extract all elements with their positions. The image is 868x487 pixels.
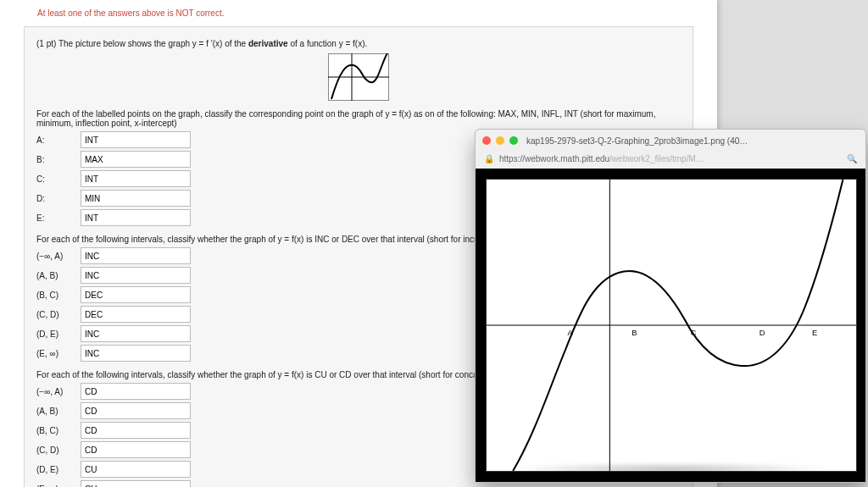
incdec-input[interactable] <box>81 267 191 284</box>
concavity-input[interactable] <box>81 461 191 478</box>
cu-a: For each of the following intervals, cla… <box>36 370 278 379</box>
pt-B: B <box>632 329 637 337</box>
window-title: kap195-2979-set3-Q-2-Graphing_2prob3imag… <box>526 136 859 146</box>
concavity-input[interactable] <box>81 383 191 400</box>
prompt-mid2: of a function <box>290 39 338 48</box>
window-shadow <box>509 462 831 476</box>
incdec-input[interactable] <box>81 247 191 264</box>
incdec-label: (E, ∞) <box>36 349 77 358</box>
concavity-label: (B, C) <box>36 426 77 435</box>
incdec-a: For each of the following intervals, cla… <box>36 235 278 244</box>
concavity-label: (C, D) <box>36 445 77 455</box>
search-icon[interactable]: 🔍 <box>847 154 857 163</box>
point-input[interactable] <box>81 151 191 168</box>
incdec-input[interactable] <box>81 286 191 303</box>
address-bar: 🔒 https://webwork.math.pitt.edu/webwork2… <box>476 152 865 169</box>
concavity-label: (D, E) <box>36 465 77 474</box>
prompt-lead: (1 pt) The picture below shows the graph <box>36 39 192 48</box>
prompt-mid1: of the <box>225 39 248 48</box>
pt-E: E <box>812 329 817 337</box>
eq-f: y = f(x). <box>339 39 368 48</box>
pt-C: C <box>691 329 697 337</box>
minimize-icon[interactable] <box>496 136 504 145</box>
question-prompt: (1 pt) The picture below shows the graph… <box>36 39 681 48</box>
concavity-label: (A, B) <box>36 407 77 416</box>
maximize-icon[interactable] <box>509 136 518 145</box>
eq-fprime: y = f '(x) <box>192 39 223 48</box>
window-titlebar[interactable]: kap195-2979-set3-Q-2-Graphing_2prob3imag… <box>476 130 865 152</box>
incdec-label: (B, C) <box>36 291 77 300</box>
incdec-input[interactable] <box>81 325 191 342</box>
lock-icon: 🔒 <box>484 154 494 163</box>
url-host: https://webwork.math.pitt.edu <box>499 154 609 163</box>
url-text: https://webwork.math.pitt.edu/webwork2_f… <box>499 154 842 163</box>
point-label: D: <box>36 194 77 203</box>
image-area: A B C D E <box>476 169 865 482</box>
point-label: B: <box>36 155 77 164</box>
incdec-input[interactable] <box>81 345 191 362</box>
classify-eq: y = f(x) <box>385 109 411 119</box>
incdec-label: (C, D) <box>36 310 77 319</box>
url-path: /webwork2_files/tmp/M… <box>609 154 704 163</box>
concavity-input[interactable] <box>81 480 191 487</box>
point-input[interactable] <box>81 170 191 187</box>
concavity-label: (−∞, A) <box>36 387 77 396</box>
image-preview-window[interactable]: kap195-2979-set3-Q-2-Graphing_2prob3imag… <box>475 129 866 483</box>
incdec-label: (D, E) <box>36 329 77 339</box>
point-label: A: <box>36 136 77 145</box>
bold-derivative: derivative <box>248 39 288 48</box>
point-input[interactable] <box>81 209 191 226</box>
derivative-plot: A B C D E <box>486 179 857 472</box>
incdec-input[interactable] <box>81 306 191 323</box>
thumbnail-graph <box>328 53 389 101</box>
concavity-input[interactable] <box>81 441 191 458</box>
concavity-input[interactable] <box>81 422 191 439</box>
error-message: At least one of the answers above is NOT… <box>0 0 717 18</box>
close-icon[interactable] <box>482 136 491 145</box>
concavity-label: (E, ∞) <box>36 484 77 488</box>
point-input[interactable] <box>81 131 191 148</box>
concavity-input[interactable] <box>81 402 191 419</box>
incdec-eq: y = f(x) <box>278 235 304 244</box>
point-label: E: <box>36 213 77 223</box>
incdec-label: (A, B) <box>36 271 77 280</box>
point-input[interactable] <box>81 190 191 207</box>
incdec-label: (−∞, A) <box>36 252 77 261</box>
point-label: C: <box>36 174 77 184</box>
cu-eq: y = f(x) <box>278 370 304 379</box>
classify-lead: For each of the labelled points on the g… <box>36 109 681 128</box>
classify-a: For each of the labelled points on the g… <box>36 109 385 119</box>
pt-A: A <box>568 329 574 337</box>
pt-D: D <box>760 329 765 337</box>
